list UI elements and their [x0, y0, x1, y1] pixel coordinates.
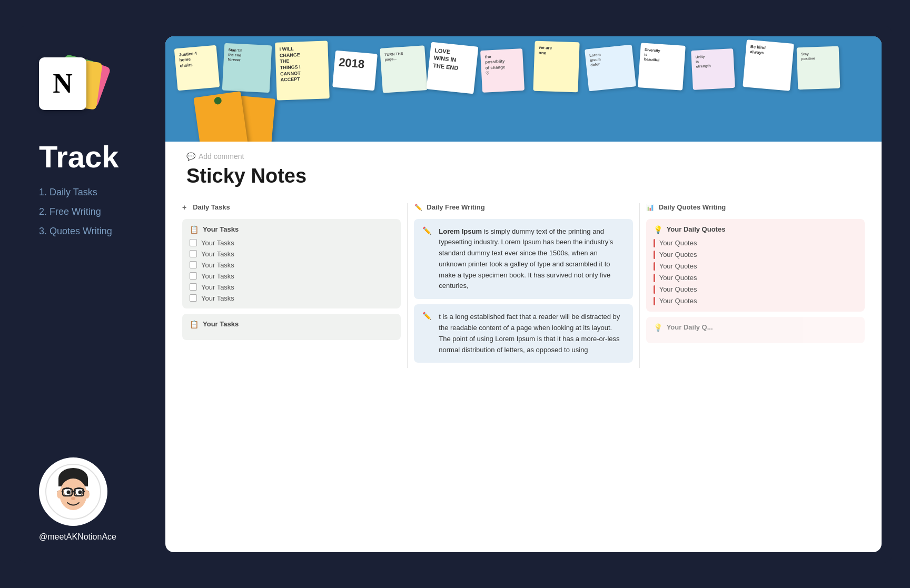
quote-item: Your Quotes — [654, 274, 857, 282]
sticky-note-13: Staypositive — [797, 46, 840, 89]
task-checkbox[interactable] — [190, 283, 197, 291]
task-section-1-title: Your Tasks — [203, 225, 239, 233]
sticky-note-11: Unityisstrength — [691, 48, 735, 89]
quote-item: Your Quotes — [654, 251, 857, 259]
sticky-note-2: Stan 'tilthe endforever — [222, 43, 272, 93]
quotes-section-2-header: 💡 Your Daily Q... — [654, 323, 857, 332]
page-header: 💬 Add comment Sticky Notes — [165, 142, 882, 203]
task-label: Your Tasks — [201, 250, 234, 258]
task-section-1-header: 📋 Your Tasks — [190, 225, 393, 234]
sidebar: N Track 1. Daily Tasks 2. Free Writing 3… — [18, 26, 165, 563]
nav-item-free-writing[interactable]: 2. Free Writing — [39, 204, 144, 220]
svg-point-14 — [57, 490, 62, 499]
writing-entry-2: ✏️ t is a long established fact that a r… — [414, 304, 632, 363]
writing-entry-1-icon: ✏️ — [422, 226, 431, 235]
app-logo: N — [39, 57, 97, 115]
task-label: Your Tasks — [201, 261, 234, 269]
quotes-section-1: 💡 Your Daily Quotes Your Quotes Your Quo… — [646, 219, 865, 312]
column-daily-tasks: + Daily Tasks 📋 Your Tasks Your Tasks — [176, 203, 407, 368]
writing-bold-start: Lorem Ipsum — [439, 227, 482, 235]
task-section-2-icon: 📋 — [190, 320, 199, 328]
quote-bar — [654, 239, 655, 247]
task-item: Your Tasks — [190, 294, 393, 302]
nav-item-quotes-writing[interactable]: 3. Quotes Writing — [39, 224, 144, 239]
quote-item: Your Quotes — [654, 239, 857, 247]
quote-bar — [654, 297, 655, 305]
task-checkbox[interactable] — [190, 261, 197, 268]
quote-bar — [654, 262, 655, 271]
quotes-section-1-title: Your Daily Quotes — [667, 225, 726, 233]
page-title: Sticky Notes — [186, 165, 860, 187]
col2-header: ✏️ Daily Free Writing — [414, 203, 632, 214]
writing-entry-1-header: ✏️ Lorem Ipsum is simply dummy text of t… — [422, 226, 624, 292]
writing-entry-1-text: Lorem Ipsum is simply dummy text of the … — [439, 226, 624, 292]
notion-icon: N — [39, 57, 86, 110]
task-item: Your Tasks — [190, 239, 393, 247]
svg-point-6 — [67, 490, 71, 494]
quote-bar — [654, 251, 655, 259]
nav-list: 1. Daily Tasks 2. Free Writing 3. Quotes… — [39, 185, 144, 239]
quotes-section-2: 💡 Your Daily Q... — [646, 317, 865, 343]
task-section-2: 📋 Your Tasks — [182, 314, 401, 340]
task-list-1: Your Tasks Your Tasks Your Tasks — [190, 239, 393, 302]
add-comment-button[interactable]: 💬 Add comment — [186, 152, 860, 161]
svg-point-15 — [84, 490, 90, 499]
sticky-note-8: we areone — [533, 41, 579, 92]
columns-container: + Daily Tasks 📋 Your Tasks Your Tasks — [165, 203, 882, 368]
username-label: @meetAKNotionAce — [39, 532, 116, 542]
task-section-2-header: 📋 Your Tasks — [190, 320, 393, 328]
quotes-section-1-header: 💡 Your Daily Quotes — [654, 225, 857, 234]
task-item: Your Tasks — [190, 261, 393, 269]
nav-item-daily-tasks[interactable]: 1. Daily Tasks — [39, 185, 144, 200]
col1-add-icon[interactable]: + — [182, 203, 186, 212]
app-title: Track — [39, 142, 144, 172]
sticky-note-10: Diversityisbeautiful — [638, 43, 686, 91]
quote-item: Your Quotes — [654, 262, 857, 271]
col3-icon: 📊 — [646, 203, 655, 212]
screen: N Track 1. Daily Tasks 2. Free Writing 3… — [18, 26, 892, 563]
sticky-note-4: 2018 — [332, 50, 378, 91]
column-free-writing: ✏️ Daily Free Writing ✏️ Lorem Ipsum is … — [408, 203, 639, 368]
col1-header: + Daily Tasks — [182, 203, 401, 214]
add-comment-label: Add comment — [199, 152, 244, 161]
svg-point-13 — [71, 497, 75, 500]
task-section-2-title: Your Tasks — [203, 320, 239, 328]
quote-label: Your Quotes — [659, 297, 697, 305]
quote-label: Your Quotes — [659, 251, 697, 258]
sticky-note-3: I WILLCHANGETHETHINGS ICANNOTACCEPT — [275, 41, 330, 100]
writing-entry-1: ✏️ Lorem Ipsum is simply dummy text of t… — [414, 219, 632, 300]
sticky-note-12: Be kindalways — [743, 39, 794, 91]
quote-bulb-icon-2: 💡 — [654, 323, 662, 332]
hero-image: Justice 4homechoirs Stan 'tilthe endfore… — [165, 36, 882, 142]
task-label: Your Tasks — [201, 283, 234, 291]
writing-entry-2-icon: ✏️ — [422, 312, 431, 320]
col1-header-label: Daily Tasks — [193, 203, 230, 211]
task-label: Your Tasks — [201, 294, 234, 302]
task-checkbox[interactable] — [190, 294, 197, 302]
quote-label: Your Quotes — [659, 274, 697, 282]
task-item: Your Tasks — [190, 272, 393, 280]
avatar-section: @meetAKNotionAce — [39, 457, 144, 542]
column-quotes-writing: 📊 Daily Quotes Writing 💡 Your Daily Quot… — [640, 203, 871, 368]
task-checkbox[interactable] — [190, 239, 197, 246]
sticky-note-6: LOVEWINS INTHE END — [427, 42, 479, 94]
comment-icon: 💬 — [186, 152, 195, 161]
orange-sticky-1 — [193, 91, 248, 142]
avatar — [39, 457, 107, 526]
task-checkbox[interactable] — [190, 250, 197, 257]
quote-list-1: Your Quotes Your Quotes Your Quotes — [654, 239, 857, 305]
task-section-1-icon: 📋 — [190, 225, 199, 234]
writing-entry-2-text: t is a long established fact that a read… — [439, 312, 624, 355]
quote-bar — [654, 274, 655, 282]
quote-bar — [654, 285, 655, 294]
sticky-note-7: thepossiblityof change♡ — [480, 48, 525, 92]
task-item: Your Tasks — [190, 283, 393, 291]
task-section-1: 📋 Your Tasks Your Tasks Your Tasks — [182, 219, 401, 308]
task-label: Your Tasks — [201, 239, 234, 247]
task-label: Your Tasks — [201, 272, 234, 280]
quotes-section-2-title: Your Daily Q... — [667, 323, 713, 331]
page-content: 💬 Add comment Sticky Notes + Daily Tasks — [165, 142, 882, 552]
task-checkbox[interactable] — [190, 272, 197, 280]
sticky-note-5: TURN THEpage... — [380, 45, 428, 93]
quote-item: Your Quotes — [654, 297, 857, 305]
